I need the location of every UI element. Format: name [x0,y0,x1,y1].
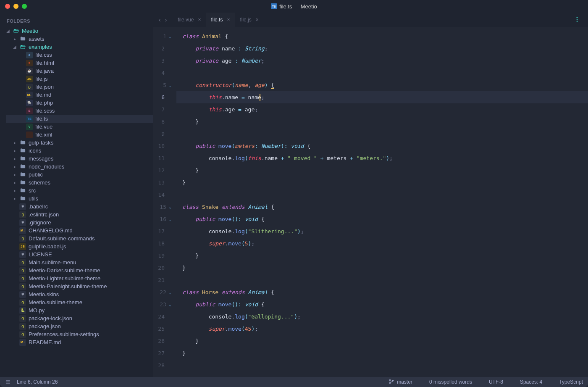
code-line[interactable]: this.name = name; [176,91,588,103]
tab-close-icon[interactable]: × [256,17,259,23]
line-number[interactable]: 7 [153,103,173,116]
line-number[interactable]: 26 [153,335,173,347]
tree-file[interactable]: 🐘file.php [6,99,153,107]
code-line[interactable]: } [176,164,588,176]
line-number[interactable]: 25 [153,323,173,335]
code-line[interactable]: private age : Number; [176,55,588,67]
tree-file[interactable]: 5file.html [6,59,153,67]
tab[interactable]: file.js× [235,13,263,27]
tree-file[interactable]: TSfile.ts [6,115,153,123]
indentation[interactable]: Spaces: 4 [520,379,542,385]
line-number[interactable]: 14 [153,189,173,201]
code-area[interactable]: class Animal { private name : String; pr… [176,30,588,377]
tree-file[interactable]: M↓file.md [6,91,153,99]
line-number[interactable]: 10 [153,140,173,152]
encoding[interactable]: UTF-8 [489,379,503,385]
tree-file[interactable]: {}Meetio-Lighter.sublime-theme [6,274,153,282]
tree-folder[interactable]: ▸node_modules [6,163,153,171]
tree-folder[interactable]: ▸utils [6,195,153,203]
fold-icon[interactable]: ⌄ [169,286,171,298]
code-line[interactable]: super.move(45); [176,323,588,335]
line-number[interactable]: 3 [153,55,173,67]
tree-root[interactable]: ◢Meetio [6,27,153,35]
line-number[interactable]: 15⌄ [153,201,173,213]
nav-forward-icon[interactable]: › [165,16,167,23]
line-number[interactable]: 9 [153,128,173,140]
line-number[interactable]: 21 [153,274,173,286]
line-number[interactable]: 4 [153,67,173,79]
tree-file[interactable]: ✱.babelrc [6,203,153,211]
code-editor[interactable]: 1⌄2345⌄6789101112131415⌄16⌄171819202122⌄… [153,27,588,377]
menu-icon[interactable] [5,379,11,385]
code-line[interactable]: class Animal { [176,30,588,42]
tree-file[interactable]: {}Main.sublime-menu [6,258,153,266]
tree-folder[interactable]: ▸messages [6,155,153,163]
tab[interactable]: file.vue× [173,13,206,27]
tree-file[interactable]: ✱Meetio.skins [6,290,153,298]
code-line[interactable]: constructor(name, age) { [176,79,588,91]
tree-file[interactable]: {}package.json [6,322,153,330]
tab-close-icon[interactable]: × [198,17,201,23]
tree-file[interactable]: JSgulpfile.babel.js [6,242,153,250]
code-line[interactable]: } [176,347,588,359]
maximize-button[interactable] [22,4,27,9]
code-line[interactable]: class Snake extends Animal { [176,201,588,213]
tree-file[interactable]: Sfile.scss [6,107,153,115]
code-line[interactable] [176,67,588,79]
code-line[interactable]: public move(): void { [176,298,588,311]
tree-folder[interactable]: ▸gulp-tasks [6,139,153,147]
fold-icon[interactable]: ⌄ [169,30,171,42]
code-line[interactable]: console.log(this.name + " moved " + mete… [176,152,588,164]
tree-file[interactable]: M↓README.md [6,338,153,346]
line-number[interactable]: 1⌄ [153,30,173,42]
tree-file[interactable]: {}.eslintrc.json [6,211,153,219]
code-line[interactable] [176,359,588,371]
line-number[interactable]: 19 [153,250,173,262]
tab[interactable]: file.ts× [206,13,235,27]
code-line[interactable]: } [176,262,588,274]
line-number[interactable]: 22⌄ [153,286,173,298]
minimize-button[interactable] [13,4,18,9]
tree-folder[interactable]: ▸icons [6,147,153,155]
line-number[interactable]: 2 [153,42,173,55]
line-number[interactable]: 27 [153,347,173,359]
tree-file[interactable]: Vfile.vue [6,123,153,131]
git-branch[interactable]: master [388,379,412,386]
fold-icon[interactable]: ⌄ [169,213,171,225]
code-line[interactable] [176,189,588,201]
line-number[interactable]: 5⌄ [153,79,173,91]
tree-file[interactable]: M↓CHANGELOG.md [6,226,153,234]
code-line[interactable]: } [176,176,588,189]
code-line[interactable]: } [176,116,588,128]
tree-folder-examples[interactable]: ◢examples [6,43,153,51]
code-line[interactable]: private name : String; [176,42,588,55]
tree-file[interactable]: {}package-lock.json [6,314,153,322]
close-button[interactable] [5,4,10,9]
code-line[interactable]: } [176,335,588,347]
tab-close-icon[interactable]: × [227,17,230,23]
tree-file[interactable]: #file.css [6,51,153,59]
line-number[interactable]: 20 [153,262,173,274]
line-number[interactable]: 13 [153,176,173,189]
fold-icon[interactable]: ⌄ [169,298,171,311]
tree-file[interactable]: {}Meetio-Darker.sublime-theme [6,266,153,274]
fold-icon[interactable]: ⌄ [169,79,171,91]
more-menu-icon[interactable] [570,16,584,24]
cursor-position[interactable]: Line 6, Column 26 [17,379,58,385]
code-line[interactable]: this.age = age; [176,103,588,116]
line-number[interactable]: 16⌄ [153,213,173,225]
code-line[interactable] [176,128,588,140]
tree-file[interactable]: {}Preferences.sublime-settings [6,330,153,338]
tree-folder[interactable]: ▸public [6,171,153,179]
code-line[interactable]: console.log("Galloping..."); [176,311,588,323]
tree-file[interactable]: {}Meetio.sublime-theme [6,298,153,306]
line-number[interactable]: 17 [153,225,173,237]
nav-back-icon[interactable]: ‹ [159,16,161,23]
tree-file[interactable]: ✱.gitignore [6,219,153,226]
line-number[interactable]: 12 [153,164,173,176]
code-line[interactable]: class Horse extends Animal { [176,286,588,298]
code-line[interactable]: super.move(5); [176,237,588,250]
tree-folder[interactable]: ▸assets [6,35,153,43]
line-number[interactable]: 8 [153,116,173,128]
tree-file[interactable]: ☕file.java [6,67,153,75]
